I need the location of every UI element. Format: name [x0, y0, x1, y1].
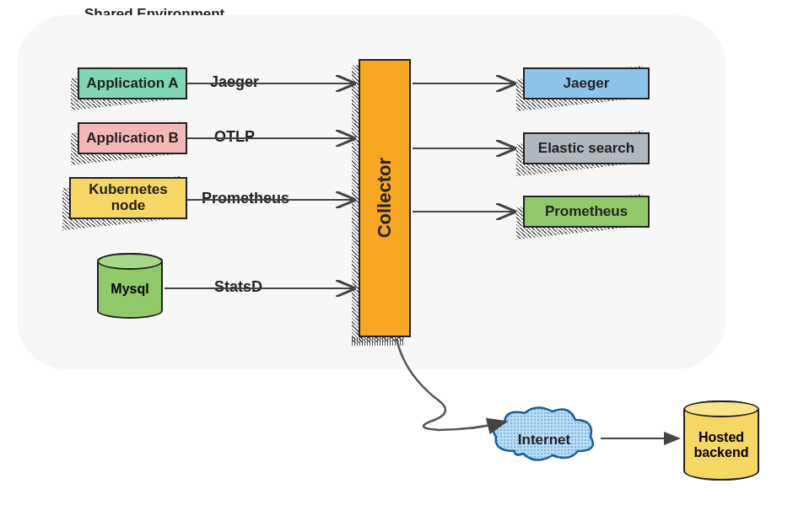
hosted-backend: Hosted backend [683, 400, 759, 481]
source-label: Mysql [111, 282, 148, 297]
sink-label: Elastic search [538, 141, 634, 157]
source-application-b: Application B [78, 122, 187, 154]
source-kubernetes-node: Kubernetes node [69, 177, 187, 219]
protocol-prometheus: Prometheus [198, 190, 293, 207]
source-label: Application B [86, 131, 179, 147]
sink-label: Prometheus [545, 204, 628, 220]
sink-elastic-search: Elastic search [523, 132, 650, 164]
internet-label: Internet [518, 432, 570, 449]
source-application-a: Application A [78, 67, 187, 99]
protocol-otlp: OTLP [211, 128, 258, 146]
source-label: Application A [87, 76, 179, 92]
protocol-jaeger: Jaeger [207, 73, 262, 91]
protocol-statsd: StatsD [211, 278, 266, 296]
sink-prometheus: Prometheus [523, 196, 650, 228]
internet-cloud: Internet [489, 405, 599, 471]
source-mysql: Mysql [97, 253, 163, 319]
hosted-backend-label: Hosted backend [685, 430, 758, 459]
sink-label: Jaeger [564, 76, 610, 92]
collector-box: Collector [359, 59, 411, 337]
source-label: Kubernetes node [78, 182, 179, 213]
sink-jaeger: Jaeger [523, 67, 650, 99]
collector-label: Collector [375, 158, 395, 238]
